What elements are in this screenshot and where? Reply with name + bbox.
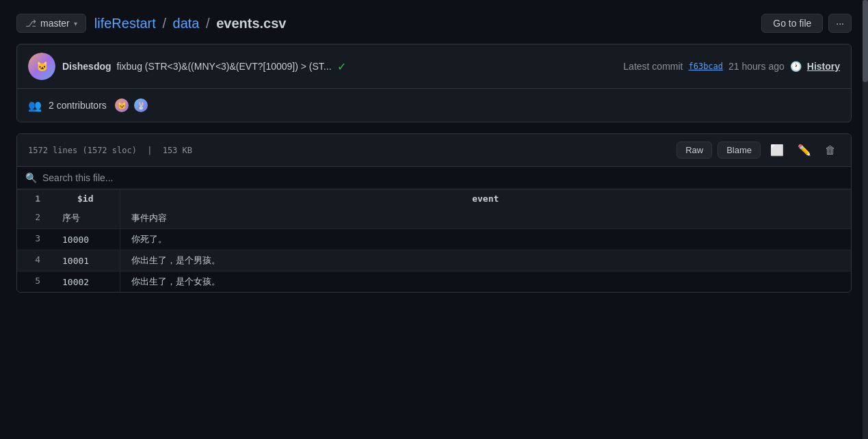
cell-id: 序号 bbox=[51, 208, 120, 229]
file-lines: 1572 lines (1572 sloc) bbox=[28, 146, 137, 155]
commit-message: fixbug (STR<3)&((MNY<3)&(EVT?[10009]) > … bbox=[117, 61, 332, 72]
cell-id: 10002 bbox=[51, 271, 120, 293]
chevron-down-icon: ▾ bbox=[74, 20, 77, 27]
contributors-row: 👥 2 contributors 🐱 🐰 bbox=[17, 89, 851, 122]
search-bar: 🔍 bbox=[17, 167, 851, 189]
contributors-count: 2 contributors bbox=[49, 100, 107, 111]
table-row: 410001你出生了，是个男孩。 bbox=[17, 250, 851, 271]
cell-event: 事件内容 bbox=[120, 208, 851, 229]
file-header: 1572 lines (1572 sloc) | 153 KB Raw Blam… bbox=[17, 134, 851, 167]
breadcrumb-separator-2: / bbox=[206, 16, 210, 31]
cell-event: 你死了。 bbox=[120, 229, 851, 250]
file-meta: 1572 lines (1572 sloc) | 153 KB bbox=[28, 146, 192, 155]
display-icon: ⬜ bbox=[770, 144, 784, 156]
goto-file-button[interactable]: Go to file bbox=[761, 14, 823, 33]
line-number: 2 bbox=[17, 208, 51, 229]
commit-status-icon: ✓ bbox=[337, 60, 346, 73]
cell-id: 10000 bbox=[51, 229, 120, 250]
commit-author[interactable]: Dishesdog bbox=[62, 61, 111, 72]
cell-event: 你出生了，是个男孩。 bbox=[120, 250, 851, 271]
edit-button[interactable]: ✏️ bbox=[793, 141, 815, 159]
col-id-header: $id bbox=[51, 189, 120, 208]
trash-icon: 🗑 bbox=[825, 144, 836, 156]
file-actions: Raw Blame ⬜ ✏️ 🗑 bbox=[676, 141, 840, 159]
author-avatar-img: 🐱 bbox=[28, 53, 55, 80]
more-options-button[interactable]: ··· bbox=[828, 14, 852, 33]
line-number: 5 bbox=[17, 271, 51, 293]
scrollbar[interactable] bbox=[863, 0, 868, 439]
branch-name: master bbox=[40, 18, 70, 29]
contributor-avatars: 🐱 🐰 bbox=[114, 97, 149, 114]
breadcrumb-file: events.csv bbox=[216, 16, 286, 31]
line-number: 4 bbox=[17, 250, 51, 271]
branch-right: Go to file ··· bbox=[761, 14, 852, 33]
line-num-header: 1 bbox=[17, 189, 51, 208]
contributor-avatar-2[interactable]: 🐰 bbox=[133, 97, 149, 114]
pencil-icon: ✏️ bbox=[798, 144, 811, 156]
csv-table: 1 $id event 2序号事件内容310000你死了。410001你出生了，… bbox=[17, 189, 851, 292]
file-viewer: 1572 lines (1572 sloc) | 153 KB Raw Blam… bbox=[16, 133, 852, 293]
contributor-avatar-1[interactable]: 🐱 bbox=[114, 97, 130, 114]
table-header-row: 1 $id event bbox=[17, 189, 851, 208]
branch-selector[interactable]: ⎇ master ▾ bbox=[16, 14, 86, 33]
file-meta-separator: | bbox=[147, 146, 152, 155]
commit-info: Dishesdog fixbug (STR<3)&((MNY<3)&(EVT?[… bbox=[62, 60, 616, 73]
delete-button[interactable]: 🗑 bbox=[821, 142, 840, 159]
blame-button[interactable]: Blame bbox=[718, 142, 761, 159]
history-clock-icon: 🕐 bbox=[790, 61, 802, 72]
commit-time: 21 hours ago bbox=[728, 61, 785, 72]
git-branch-icon: ⎇ bbox=[25, 18, 36, 29]
display-toggle-button[interactable]: ⬜ bbox=[766, 141, 788, 159]
history-button[interactable]: History bbox=[807, 61, 840, 72]
commit-info-row: 🐱 Dishesdog fixbug (STR<3)&((MNY<3)&(EVT… bbox=[17, 44, 851, 89]
commit-box: 🐱 Dishesdog fixbug (STR<3)&((MNY<3)&(EVT… bbox=[16, 44, 852, 122]
breadcrumb-folder-link[interactable]: data bbox=[173, 16, 200, 31]
breadcrumb: lifeRestart / data / events.csv bbox=[94, 16, 287, 31]
branch-bar: ⎇ master ▾ lifeRestart / data / events.c… bbox=[16, 14, 852, 33]
table-row: 2序号事件内容 bbox=[17, 208, 851, 229]
contributors-icon: 👥 bbox=[28, 99, 42, 112]
breadcrumb-repo-link[interactable]: lifeRestart bbox=[94, 16, 156, 31]
col-event-header: event bbox=[120, 189, 851, 208]
table-row: 510002你出生了，是个女孩。 bbox=[17, 271, 851, 293]
file-size: 153 KB bbox=[163, 146, 192, 155]
latest-commit-label: Latest commit bbox=[623, 61, 683, 72]
cell-event: 你出生了，是个女孩。 bbox=[120, 271, 851, 293]
commit-hash[interactable]: f63bcad bbox=[688, 62, 723, 71]
line-number: 3 bbox=[17, 229, 51, 250]
raw-button[interactable]: Raw bbox=[676, 142, 712, 159]
breadcrumb-separator-1: / bbox=[162, 16, 166, 31]
search-icon: 🔍 bbox=[25, 172, 37, 183]
table-row: 310000你死了。 bbox=[17, 229, 851, 250]
cell-id: 10001 bbox=[51, 250, 120, 271]
search-input[interactable] bbox=[42, 172, 843, 183]
branch-left: ⎇ master ▾ lifeRestart / data / events.c… bbox=[16, 14, 286, 33]
scrollbar-thumb[interactable] bbox=[863, 0, 868, 82]
commit-meta: Latest commit f63bcad 21 hours ago 🕐 His… bbox=[623, 61, 840, 72]
author-avatar: 🐱 bbox=[28, 53, 55, 80]
